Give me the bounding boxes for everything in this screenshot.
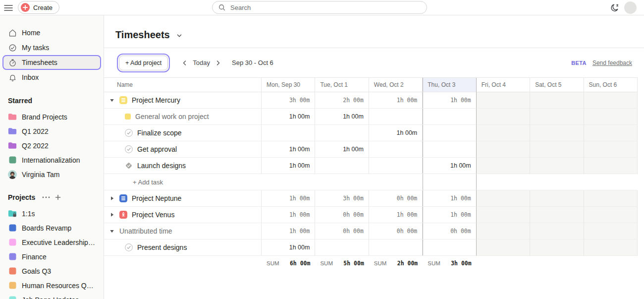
projects-section: Projects 1:1sBoards RevampExecutive Lead… <box>0 192 104 299</box>
time-cell[interactable] <box>315 239 369 256</box>
plus-circle-icon <box>21 3 30 12</box>
next-week-chevron-icon[interactable] <box>213 58 223 68</box>
time-cell[interactable] <box>584 141 638 158</box>
starred-item-virginia-tam[interactable]: Virginia Tam <box>0 167 104 181</box>
timesheet-table: NameMon, Sep 30Tue, Oct 1Wed, Oct 2Thu, … <box>104 77 638 271</box>
task-name[interactable]: Launch designs <box>137 162 186 170</box>
home-icon <box>8 29 17 37</box>
do-not-disturb-moon-icon[interactable] <box>609 2 620 13</box>
starred-item-brand-projects[interactable]: Brand Projects <box>0 110 104 124</box>
time-cell[interactable] <box>423 141 476 158</box>
project-name[interactable]: Unattributed time <box>119 227 172 235</box>
time-cell[interactable] <box>315 125 369 141</box>
project-name[interactable]: Project Venus <box>132 211 174 219</box>
time-cell[interactable]: 1h 00m <box>315 109 369 125</box>
column-header-wed-oct-2[interactable]: Wed, Oct 2 <box>369 78 423 92</box>
project-item-finance[interactable]: Finance <box>0 249 104 264</box>
column-header-mon-sep-30[interactable]: Mon, Sep 30 <box>262 78 315 92</box>
time-cell[interactable] <box>423 239 476 256</box>
time-cell[interactable] <box>584 109 638 125</box>
task-name[interactable]: Get approval <box>137 145 177 153</box>
task-name[interactable]: Finalize scope <box>137 129 182 137</box>
time-cell[interactable] <box>530 109 584 125</box>
add-task-button[interactable]: + Add task <box>104 174 262 190</box>
sidebar-toggle-icon[interactable] <box>4 3 14 12</box>
project-item-job-page-updates[interactable]: Job Page Updates <box>0 293 104 299</box>
time-cell[interactable] <box>584 158 638 174</box>
time-cell[interactable]: 1h 00m <box>369 125 423 141</box>
time-cell[interactable]: 1h 00m <box>423 158 476 174</box>
user-avatar[interactable] <box>624 1 637 14</box>
time-cell: 0h 00m <box>369 223 423 239</box>
time-cell[interactable] <box>477 141 530 158</box>
title-chevron-down-icon[interactable] <box>176 33 182 39</box>
time-cell[interactable] <box>530 158 584 174</box>
time-cell[interactable] <box>369 109 423 125</box>
projects-more-icon[interactable] <box>42 196 50 198</box>
project-color-icon <box>8 253 17 260</box>
projects-list: 1:1sBoards RevampExecutive Leadership Gr… <box>0 206 104 299</box>
project-item-1-1s[interactable]: 1:1s <box>0 206 104 221</box>
caret-down-icon[interactable] <box>109 229 115 234</box>
task-name[interactable]: Present designs <box>137 243 187 251</box>
time-cell[interactable] <box>530 239 584 256</box>
time-cell[interactable] <box>584 125 638 141</box>
time-cell[interactable]: 1h 00m <box>262 141 315 158</box>
project-item-executive-leadership-gr[interactable]: Executive Leadership Gr... <box>0 235 104 249</box>
sum-cell: SUM2h 00m <box>369 256 423 271</box>
sidebar: HomeMy tasksTimesheetsInbox Starred Bran… <box>0 15 104 299</box>
sidebar-item-my-tasks[interactable]: My tasks <box>2 40 101 55</box>
caret-down-icon[interactable] <box>109 98 115 103</box>
sidebar-item-timesheets[interactable]: Timesheets <box>2 55 101 70</box>
add-project-plus-icon[interactable] <box>55 194 61 200</box>
time-cell[interactable] <box>530 141 584 158</box>
project-item-goals-q3[interactable]: Goals Q3 <box>0 264 104 278</box>
time-cell[interactable] <box>477 239 530 256</box>
column-header-sun-oct-6[interactable]: Sun, Oct 6 <box>584 78 638 92</box>
time-cell[interactable]: 1h 00m <box>315 141 369 158</box>
add-project-button[interactable]: + Add project <box>119 56 168 70</box>
time-cell: 0h 00m <box>315 207 369 223</box>
time-cell[interactable] <box>477 125 530 141</box>
column-header-fri-oct-4[interactable]: Fri, Oct 4 <box>477 78 530 92</box>
create-button[interactable]: Create <box>18 1 59 14</box>
search-input[interactable] <box>229 3 421 12</box>
caret-right-icon[interactable] <box>109 212 115 217</box>
time-cell[interactable] <box>584 239 638 256</box>
send-feedback-link[interactable]: Send feedback <box>592 60 632 66</box>
today-button[interactable]: Today <box>193 59 210 66</box>
time-cell[interactable] <box>423 109 476 125</box>
project-item-human-resources-q-a[interactable]: Human Resources Q&A <box>0 278 104 293</box>
starred-item-q1-2022[interactable]: Q1 2022 <box>0 124 104 138</box>
time-cell[interactable]: 1h 00m <box>262 109 315 125</box>
column-header-tue-oct-1[interactable]: Tue, Oct 1 <box>315 78 369 92</box>
time-cell[interactable]: 1h 00m <box>262 158 315 174</box>
search-bar[interactable] <box>212 1 427 14</box>
column-header-sat-oct-5[interactable]: Sat, Oct 5 <box>530 78 584 92</box>
sidebar-item-inbox[interactable]: Inbox <box>2 70 101 85</box>
project-name[interactable]: Project Mercury <box>132 96 180 104</box>
item-label: 1:1s <box>22 210 35 218</box>
project-item-boards-revamp[interactable]: Boards Revamp <box>0 221 104 235</box>
starred-item-q2-2022[interactable]: Q2 2022 <box>0 138 104 153</box>
time-cell[interactable] <box>369 141 423 158</box>
column-header-thu-oct-3[interactable]: Thu, Oct 3 <box>423 78 476 92</box>
time-cell[interactable] <box>477 158 530 174</box>
time-cell[interactable] <box>423 125 476 141</box>
time-cell[interactable] <box>477 109 530 125</box>
time-cell: 0h 00m <box>423 223 476 239</box>
time-cell[interactable] <box>530 125 584 141</box>
time-cell[interactable] <box>369 239 423 256</box>
project-name[interactable]: Project Neptune <box>132 194 181 202</box>
starred-item-internationalization[interactable]: Internationalization <box>0 153 104 167</box>
toolbar: + Add project Today Sep 30 - Oct 6 BETA … <box>104 48 644 77</box>
task-name[interactable]: General work on project <box>135 113 209 120</box>
time-cell[interactable]: 1h 00m <box>262 239 315 256</box>
time-cell[interactable] <box>315 158 369 174</box>
time-cell[interactable] <box>262 125 315 141</box>
sidebar-item-home[interactable]: Home <box>2 25 101 40</box>
time-cell[interactable] <box>369 158 423 174</box>
caret-right-icon[interactable] <box>109 196 115 201</box>
prev-week-chevron-icon[interactable] <box>180 58 190 68</box>
sum-label: SUM <box>374 260 387 266</box>
